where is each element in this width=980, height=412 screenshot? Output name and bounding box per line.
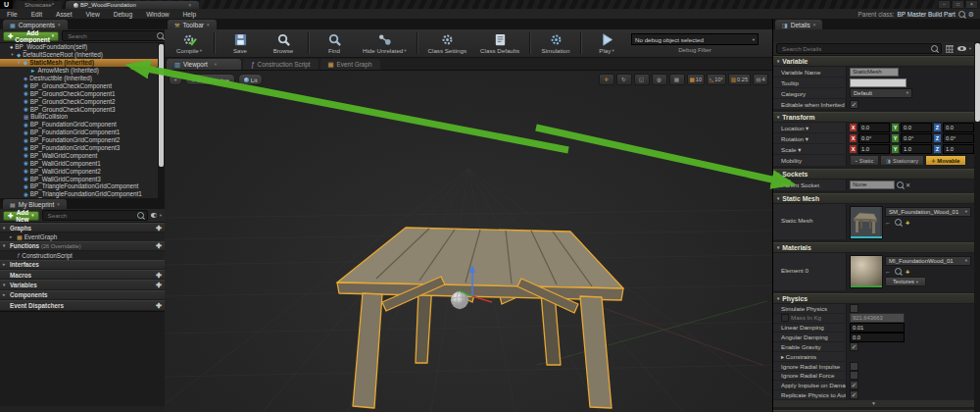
expander-icon[interactable]: ▾ [17, 60, 22, 65]
menu-item-help[interactable]: Help [176, 11, 204, 18]
rotation-y-field[interactable]: 0.0° [901, 133, 932, 143]
blueprint-section[interactable]: ▸Components [0, 290, 165, 300]
apply-impulse-on-damage-checkbox[interactable] [850, 381, 858, 389]
tree-item[interactable]: ◉BP_GroundCheckComponent1 [0, 89, 165, 97]
advanced-expander[interactable]: ▼ [773, 400, 974, 408]
mobility-stationary-button[interactable]: ◨Stationary [880, 155, 924, 166]
blueprint-item[interactable]: ▸▦EventGraph [0, 232, 165, 240]
scale-label[interactable]: Scale ▾ [773, 146, 846, 153]
tree-item[interactable]: ◉BP_FoundationGridComponent [0, 121, 165, 129]
tree-item[interactable]: ▦BuildCollision [0, 113, 165, 121]
rotation-x-field[interactable]: 0.0° [858, 133, 890, 143]
textures-button[interactable]: Textures▾ [885, 277, 926, 286]
components-search-input[interactable] [66, 31, 155, 40]
location-label[interactable]: Location ▾ [773, 125, 846, 131]
minimize-button[interactable]: − [938, 0, 951, 9]
expander-icon[interactable]: ▸ [781, 353, 786, 360]
close-button[interactable]: × [965, 0, 978, 9]
class-settings-button[interactable]: Class Settings [422, 31, 473, 55]
socket-clear-icon[interactable]: ✕ [906, 181, 910, 188]
add-icon[interactable]: ✚ [156, 225, 162, 232]
section-materials[interactable]: ▾Materials [773, 242, 974, 253]
tree-item[interactable]: ◉BP_GroundCheckComponent [0, 81, 165, 89]
components-search[interactable] [62, 30, 168, 41]
static-mesh-dropdown[interactable]: SM_Foundation_Wood_01▾ [885, 207, 971, 217]
maximize-button[interactable]: □ [952, 0, 964, 9]
material-dropdown[interactable]: MI_FoundationWood_01▾ [885, 256, 971, 266]
save-button[interactable]: Save [220, 31, 261, 55]
add-icon[interactable]: ✚ [156, 242, 162, 249]
parent-class-value[interactable]: BP Master Build Part [898, 11, 956, 18]
add-icon[interactable]: ✚ [156, 282, 162, 288]
category-dropdown[interactable]: Default▾ [850, 88, 912, 98]
location-z-field[interactable]: 0.0 [943, 123, 974, 132]
variable-name-field[interactable]: StaticMesh [850, 68, 899, 77]
blueprint-section[interactable]: Event Dispatchers✚ [0, 300, 165, 310]
material-thumbnail[interactable] [850, 255, 883, 288]
find-button[interactable]: Find [314, 31, 355, 55]
tree-item[interactable]: ◉BP_FoundationGridComponent1 [0, 129, 165, 136]
expander-icon[interactable]: ▾ [10, 52, 15, 57]
edit-parent-class-icon[interactable]: ⚙ [968, 11, 974, 18]
section-physics[interactable]: ▾Physics [773, 293, 974, 304]
blueprint-section[interactable]: ▾Graphs✚ [0, 223, 165, 232]
add-icon[interactable]: ✚ [156, 272, 162, 279]
linear-damping-field[interactable]: 0.01 [850, 323, 905, 333]
scale-y-field[interactable]: 1.0 [901, 144, 932, 154]
section-static-mesh[interactable]: ▾Static Mesh [773, 193, 974, 204]
rotate-mode-button[interactable]: ↻ [616, 74, 632, 85]
section-transform[interactable]: ▾Transform [773, 112, 974, 123]
debug-object-dropdown[interactable]: No debug object selected▾ [631, 33, 759, 45]
tab-my-blueprint[interactable]: ▤ My Blueprint▾ [3, 199, 67, 209]
tree-item[interactable]: ◉BP_TriangleFoundationGridComponent [0, 182, 165, 190]
mass-override-checkbox[interactable] [781, 314, 789, 322]
my-blueprint-search[interactable] [42, 210, 148, 221]
visibility-filter-icon[interactable] [151, 213, 157, 218]
tree-item[interactable]: ◉BP_FoundationGridComponent2 [0, 136, 165, 144]
tab-toolbar[interactable]: ⚒ Toolbar▾ [168, 20, 217, 29]
add-icon[interactable]: ✚ [156, 302, 162, 309]
rotation-snap-button[interactable]: ◺10° [707, 74, 726, 85]
angular-damping-field[interactable]: 0.0 [850, 333, 905, 342]
tree-item[interactable]: ◉BP_WallGridComponent1 [0, 159, 165, 167]
scale-mode-button[interactable]: ◱ [634, 74, 650, 85]
location-y-field[interactable]: 0.0 [901, 123, 932, 132]
mobility-static-button[interactable]: ▪Static [850, 155, 879, 166]
find-parent-class-icon[interactable] [958, 11, 965, 18]
details-view-options-icon[interactable] [957, 46, 966, 51]
rotation-z-field[interactable]: 0.0° [943, 133, 974, 143]
menu-item-window[interactable]: Window [139, 11, 175, 18]
editable-when-inherited-checkbox[interactable] [850, 100, 858, 109]
rotation-label[interactable]: Rotation ▾ [773, 135, 846, 142]
tree-item[interactable]: ●BP_WoodFoundation(self) [0, 43, 165, 51]
surface-snap-button[interactable]: ▦ [669, 74, 685, 85]
window-tab[interactable]: BP_WoodFoundation▾ [66, 1, 199, 9]
tree-item[interactable]: ◉BP_TriangleFoundationGridComponent1 [0, 190, 165, 198]
tab-viewport[interactable]: ▥Viewport▾ [167, 59, 241, 70]
add-component-button[interactable]: ✚Add Component▾ [3, 31, 59, 41]
ignore-radial-impulse-checkbox[interactable] [850, 362, 858, 371]
parent-socket-field[interactable]: None [850, 180, 895, 189]
tree-item[interactable]: ◉BP_GroundCheckComponent2 [0, 97, 165, 105]
browse-to-asset-icon[interactable] [895, 219, 902, 226]
perspective-button[interactable]: ◇ Perspective [185, 74, 235, 85]
details-search[interactable] [776, 43, 942, 54]
blueprint-section[interactable]: ▾Functions(26 Overridable)✚ [0, 241, 165, 251]
my-blueprint-search-input[interactable] [46, 211, 135, 220]
tree-item[interactable]: ◉BP_GroundCheckComponent3 [0, 105, 165, 113]
world-local-toggle[interactable]: ◍ [652, 74, 667, 85]
tree-item[interactable]: ◉BP_WallGridComponent3 [0, 175, 165, 182]
blueprint-section[interactable]: ▾Variables✚ [0, 280, 165, 289]
convert-asset-icon[interactable]: ✚ [906, 220, 909, 226]
section-sockets[interactable]: ▾Sockets [773, 169, 974, 180]
tree-item[interactable]: ◉BP_WallGridComponent [0, 151, 165, 159]
window-tab[interactable]: Showcase* [17, 1, 62, 9]
menu-item-edit[interactable]: Edit [24, 11, 49, 18]
socket-search-icon[interactable] [897, 181, 904, 188]
replicate-physics-to-autonomous-p-checkbox[interactable] [850, 390, 858, 399]
details-search-input[interactable] [780, 44, 929, 53]
use-selected-asset-icon[interactable]: ← [885, 220, 891, 226]
scale-z-field[interactable]: 1.0 [943, 144, 974, 154]
static-mesh-thumbnail[interactable] [850, 206, 883, 239]
use-selected-asset-icon[interactable]: ← [885, 269, 891, 275]
